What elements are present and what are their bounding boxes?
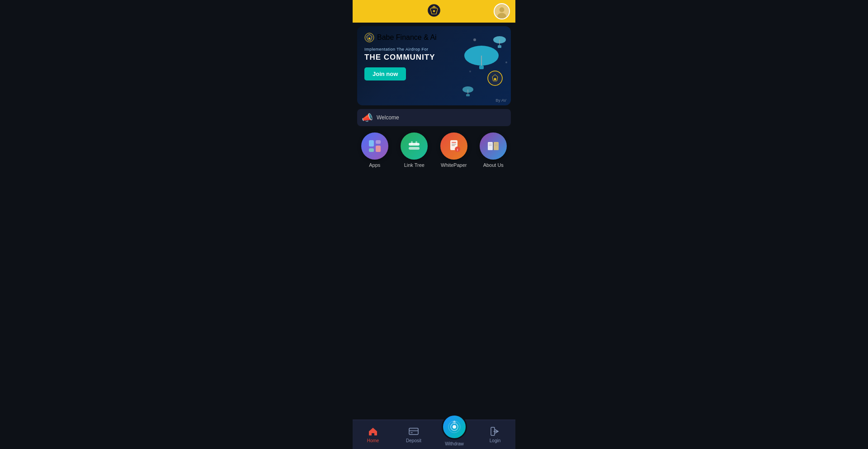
hero-banner: Babe Finance & Ai Implementation The Air…	[357, 26, 511, 105]
apps-label: Apps	[369, 162, 380, 168]
svg-rect-36	[488, 142, 493, 150]
svg-rect-28	[411, 141, 413, 145]
banner-brand: Babe Finance & Ai	[364, 33, 504, 43]
nav-home[interactable]: Home	[353, 426, 393, 443]
nav-deposit-label: Deposit	[406, 438, 421, 443]
svg-rect-25	[369, 148, 374, 152]
nav-deposit[interactable]: Deposit	[393, 426, 434, 443]
nav-withdraw-button[interactable]	[442, 414, 467, 440]
header-logo	[427, 3, 441, 19]
svg-rect-26	[409, 143, 420, 146]
svg-point-9	[368, 38, 370, 39]
header	[353, 0, 515, 23]
svg-text:!: !	[457, 148, 458, 152]
linktree-label: Link Tree	[404, 162, 425, 168]
svg-point-3	[433, 10, 435, 12]
svg-rect-39	[489, 144, 492, 144]
announcement-text: Welcome	[377, 114, 399, 121]
svg-rect-33	[452, 145, 455, 146]
linktree-icon	[401, 132, 428, 160]
apps-icon	[361, 132, 388, 160]
svg-point-5	[500, 7, 505, 12]
svg-rect-23	[376, 140, 381, 144]
aboutus-icon	[480, 132, 507, 160]
user-avatar[interactable]	[494, 3, 510, 19]
svg-rect-42	[495, 145, 498, 146]
banner-subtitle: Implementation The Airdrop For	[364, 47, 504, 52]
svg-point-48	[453, 425, 456, 429]
announcement-bar: 📣 Welcome	[357, 109, 511, 126]
nav-withdraw-center[interactable]: Withdraw	[434, 423, 475, 446]
svg-rect-37	[494, 142, 499, 150]
linktree-item[interactable]: Link Tree	[397, 132, 432, 168]
nav-withdraw-label: Withdraw	[445, 441, 464, 446]
apps-item[interactable]: Apps	[357, 132, 392, 168]
whitepaper-item[interactable]: ! WhitePaper	[436, 132, 472, 168]
svg-rect-31	[452, 142, 456, 143]
svg-rect-40	[489, 145, 492, 146]
aboutus-label: About Us	[483, 162, 504, 168]
svg-rect-41	[495, 144, 498, 144]
icon-grid: Apps Link Tree	[357, 132, 511, 168]
aboutus-item[interactable]: About Us	[476, 132, 511, 168]
join-now-button[interactable]: Join now	[364, 67, 406, 80]
announcement-icon: 📣	[362, 112, 373, 123]
phone-container: Babe Finance & Ai Implementation The Air…	[353, 0, 515, 449]
svg-rect-44	[409, 430, 418, 431]
svg-rect-29	[415, 141, 417, 145]
svg-rect-22	[369, 140, 374, 147]
svg-rect-45	[410, 432, 413, 433]
svg-rect-24	[376, 146, 381, 152]
nav-login[interactable]: Login	[475, 426, 515, 443]
nav-login-label: Login	[490, 438, 500, 443]
bottom-navigation: Home Deposit Withdraw	[353, 420, 515, 449]
banner-brand-text: Babe Finance & Ai	[377, 33, 437, 42]
whitepaper-icon: !	[440, 132, 467, 160]
svg-rect-27	[409, 147, 420, 150]
nav-home-label: Home	[367, 438, 379, 443]
banner-title: THE COMMUNITY	[364, 53, 504, 62]
svg-rect-32	[452, 144, 456, 145]
whitepaper-label: WhitePaper	[441, 162, 467, 168]
